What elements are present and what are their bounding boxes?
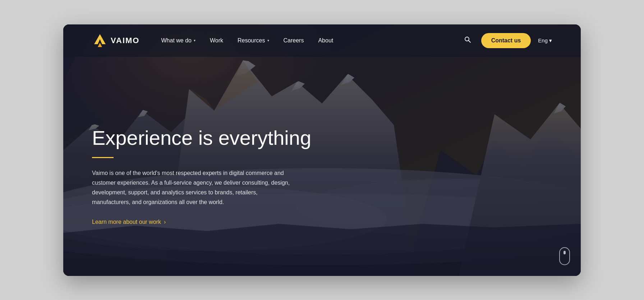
svg-line-25	[469, 41, 470, 42]
hero-title: Experience is everything	[92, 126, 311, 149]
scroll-indicator	[559, 247, 570, 265]
svg-marker-23	[98, 43, 102, 47]
nav-links: What we do ▾ Work Resources ▾ Careers Ab…	[161, 37, 461, 44]
lang-chevron-icon: ▾	[549, 37, 552, 44]
svg-point-24	[465, 37, 469, 41]
nav-item-about[interactable]: About	[318, 37, 333, 44]
logo-link[interactable]: VAIMO	[92, 33, 139, 49]
contact-button[interactable]: Contact us	[481, 33, 531, 48]
search-button[interactable]	[461, 33, 474, 48]
hero-description: Vaimo is one of the world's most respect…	[92, 168, 293, 207]
navbar: VAIMO What we do ▾ Work Resources ▾ Care…	[63, 24, 581, 57]
logo-text: VAIMO	[111, 36, 139, 45]
chevron-down-icon: ▾	[194, 38, 196, 42]
vaimo-logo-icon	[92, 33, 108, 49]
language-selector[interactable]: Eng ▾	[538, 37, 552, 44]
cta-arrow-icon: ›	[164, 219, 166, 225]
browser-window: VAIMO What we do ▾ Work Resources ▾ Care…	[63, 24, 581, 276]
nav-item-work[interactable]: Work	[210, 37, 223, 44]
nav-right: Contact us Eng ▾	[461, 33, 552, 48]
nav-item-resources[interactable]: Resources ▾	[238, 37, 269, 44]
search-icon	[464, 36, 471, 43]
hero-section: VAIMO What we do ▾ Work Resources ▾ Care…	[63, 24, 581, 276]
nav-item-what-we-do[interactable]: What we do ▾	[161, 37, 195, 44]
nav-item-careers[interactable]: Careers	[284, 37, 304, 44]
hero-cta-link[interactable]: Learn more about our work ›	[92, 219, 311, 226]
scroll-dot	[564, 251, 566, 254]
chevron-down-icon: ▾	[267, 38, 269, 42]
svg-marker-22	[94, 34, 106, 44]
hero-divider	[92, 157, 114, 158]
hero-content: Experience is everything Vaimo is one of…	[92, 126, 311, 225]
